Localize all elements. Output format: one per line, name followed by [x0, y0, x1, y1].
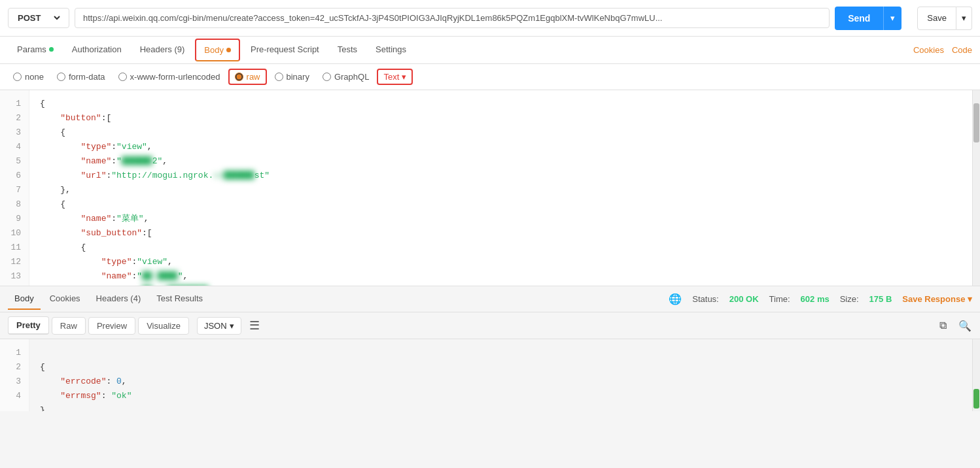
text-format-dropdown[interactable]: Text ▾ [377, 69, 413, 85]
resp-tab-body[interactable]: Body [8, 288, 41, 310]
time-value: 602 ms [801, 294, 830, 304]
send-group: Send ▾ [835, 7, 901, 30]
tab-headers-label: Headers (9) [140, 44, 185, 54]
size-label: Size: [840, 294, 859, 304]
response-tabs-bar: Body Cookies Headers (4) Test Results 🌐 … [0, 286, 980, 312]
tab-tests[interactable]: Tests [328, 38, 366, 62]
radio-raw-input[interactable] [235, 73, 243, 81]
tab-settings[interactable]: Settings [366, 38, 415, 62]
viewer-tab-visualize[interactable]: Visualize [138, 317, 189, 335]
tab-pre-request-label: Pre-request Script [251, 44, 319, 54]
method-dropdown[interactable]: POST GET PUT DELETE PATCH [15, 12, 62, 24]
url-input[interactable] [75, 8, 830, 28]
line-numbers: 12345 678910 1112131415 [0, 90, 29, 286]
status-label: Status: [692, 294, 718, 304]
text-format-label: Text [383, 72, 399, 82]
body-subtabs: none form-data x-www-form-urlencoded raw… [0, 64, 980, 90]
radio-none[interactable]: none [8, 69, 49, 84]
radio-raw[interactable]: raw [228, 69, 267, 85]
response-body: { "errcode": 0, "errmsg": "ok" } [29, 339, 972, 411]
response-scrollbar[interactable] [972, 339, 980, 411]
response-scrollbar-thumb [973, 389, 979, 409]
request-tabs: Params Authorization Headers (9) Body Pr… [0, 37, 980, 64]
radio-binary[interactable]: binary [270, 69, 315, 84]
viewer-right-actions: ⧉ 🔍 [936, 318, 972, 333]
scrollbar-thumb [973, 103, 979, 142]
tab-headers[interactable]: Headers (9) [131, 38, 194, 62]
tab-authorization[interactable]: Authorization [63, 38, 131, 62]
tab-pre-request[interactable]: Pre-request Script [241, 38, 328, 62]
time-label: Time: [769, 294, 790, 304]
resp-tab-headers[interactable]: Headers (4) [90, 288, 148, 310]
radio-form-data[interactable]: form-data [52, 69, 111, 84]
code-link[interactable]: Code [952, 45, 972, 55]
radio-graphql-input[interactable] [323, 73, 331, 81]
top-bar: POST GET PUT DELETE PATCH Send ▾ Save ▾ [0, 0, 980, 37]
cookies-link[interactable]: Cookies [913, 45, 944, 55]
save-button[interactable]: Save [917, 7, 956, 30]
viewer-tabs: Pretty Raw Preview Visualize JSON ▾ ☰ ⧉ … [0, 312, 980, 339]
radio-urlencoded[interactable]: x-www-form-urlencoded [113, 69, 226, 84]
body-dot [226, 48, 231, 52]
size-value: 175 B [869, 294, 892, 304]
viewer-tab-preview[interactable]: Preview [88, 317, 135, 335]
right-links: Cookies Code [913, 45, 972, 55]
tab-params-label: Params [17, 44, 46, 54]
save-response-button[interactable]: Save Response ▾ [902, 294, 972, 304]
viewer-tab-raw[interactable]: Raw [52, 317, 86, 335]
request-editor: 12345 678910 1112131415 { "button":[ { "… [0, 90, 980, 286]
tab-authorization-label: Authorization [72, 44, 122, 54]
editor-scrollbar[interactable] [972, 90, 980, 286]
radio-form-data-input[interactable] [57, 73, 65, 81]
wrap-lines-button[interactable]: ☰ [249, 318, 260, 333]
tab-params[interactable]: Params [8, 38, 63, 62]
method-select[interactable]: POST GET PUT DELETE PATCH [8, 8, 69, 28]
resp-tab-test-results[interactable]: Test Results [150, 288, 209, 310]
params-dot [49, 47, 54, 52]
json-label: JSON [204, 321, 227, 331]
chevron-down-icon: ▾ [230, 321, 234, 331]
tab-settings-label: Settings [376, 44, 406, 54]
copy-button[interactable]: ⧉ [936, 318, 950, 333]
request-body-editor[interactable]: { "button":[ { "type":"view", "name":"██… [29, 90, 972, 286]
response-status-bar: 🌐 Status: 200 OK Time: 602 ms Size: 175 … [669, 293, 972, 305]
chevron-down-icon: ▾ [402, 72, 406, 82]
response-line-numbers: 1234 [0, 339, 29, 411]
globe-icon: 🌐 [669, 293, 682, 305]
save-group: Save ▾ [912, 7, 972, 30]
tab-tests-label: Tests [338, 44, 357, 54]
response-editor: 1234 { "errcode": 0, "errmsg": "ok" } [0, 339, 980, 411]
radio-none-input[interactable] [13, 73, 22, 81]
tab-body[interactable]: Body [195, 39, 240, 61]
radio-graphql[interactable]: GraphQL [317, 69, 374, 84]
tab-body-label: Body [204, 45, 224, 55]
search-button[interactable]: 🔍 [958, 318, 972, 333]
json-format-select[interactable]: JSON ▾ [197, 317, 241, 335]
send-dropdown-button[interactable]: ▾ [883, 7, 901, 30]
radio-urlencoded-input[interactable] [118, 73, 127, 81]
viewer-tab-pretty[interactable]: Pretty [8, 316, 49, 335]
status-value: 200 OK [729, 294, 759, 304]
save-dropdown-button[interactable]: ▾ [956, 7, 972, 30]
radio-binary-input[interactable] [275, 73, 283, 81]
resp-tab-cookies[interactable]: Cookies [43, 288, 87, 310]
send-button[interactable]: Send [835, 7, 883, 30]
